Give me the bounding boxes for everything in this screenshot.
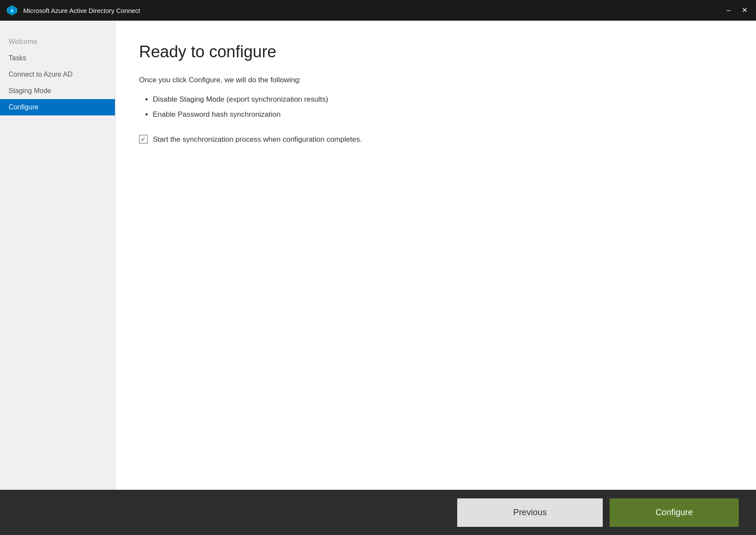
page-content: Ready to configure Once you click Config… [115,21,756,490]
title-bar-text: Microsoft Azure Active Directory Connect [23,7,724,14]
azure-ad-logo [6,4,18,16]
sync-checkbox-label: Start the synchronization process when c… [153,134,362,145]
configure-button[interactable]: Configure [610,498,739,527]
sidebar-item-configure[interactable]: Configure [0,99,115,115]
app-window: Microsoft Azure Active Directory Connect… [0,0,756,535]
sync-checkbox-row: Start the synchronization process when c… [139,134,732,145]
title-bar-controls: – ✕ [724,6,750,15]
sidebar-item-connect-azure-ad[interactable]: Connect to Azure AD [0,66,115,83]
previous-button[interactable]: Previous [457,498,603,527]
minimize-button[interactable]: – [724,6,733,15]
page-title: Ready to configure [139,42,732,62]
sync-checkbox[interactable] [139,135,148,143]
description-text: Once you click Configure, we will do the… [139,76,732,84]
sidebar-item-staging-mode[interactable]: Staging Mode [0,83,115,99]
main-content: Welcome Tasks Connect to Azure AD Stagin… [0,21,756,490]
bullet-list: Disable Staging Mode (export synchroniza… [139,94,732,120]
footer: Previous Configure [0,490,756,535]
close-button[interactable]: ✕ [739,6,750,15]
title-bar: Microsoft Azure Active Directory Connect… [0,0,756,21]
sidebar-item-tasks[interactable]: Tasks [0,50,115,66]
sidebar: Welcome Tasks Connect to Azure AD Stagin… [0,21,115,490]
sidebar-item-welcome[interactable]: Welcome [0,34,115,50]
list-item: Disable Staging Mode (export synchroniza… [153,94,732,105]
list-item: Enable Password hash synchronization [153,109,732,120]
